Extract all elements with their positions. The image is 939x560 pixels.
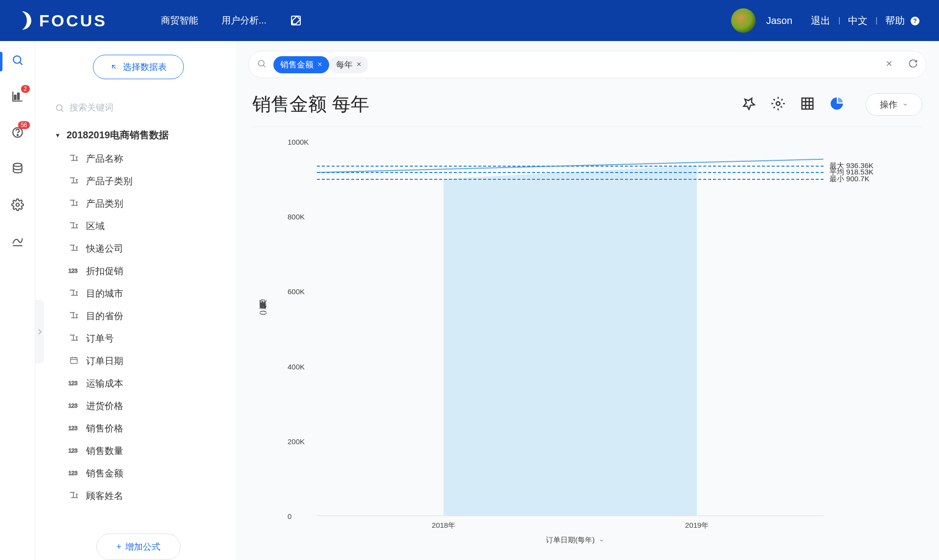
y-axis-tick: 0 [288, 512, 291, 520]
field-item[interactable]: 123运输成本 [68, 375, 222, 392]
text-field-icon [68, 311, 79, 322]
num-field-icon: 123 [68, 378, 79, 389]
field-label: 订单日期 [86, 355, 123, 367]
svg-text:123: 123 [68, 267, 77, 273]
operations-button[interactable]: 操作 [866, 93, 922, 116]
settings-gear-icon[interactable] [771, 96, 785, 113]
y-axis-tick: 600K [288, 287, 305, 296]
remove-pill-icon[interactable]: × [357, 60, 361, 69]
rail-chart-badge: 2 [21, 85, 30, 93]
num-field-icon: 123 [68, 401, 79, 412]
table-view-icon[interactable] [800, 96, 815, 113]
clear-query-icon[interactable] [885, 59, 894, 70]
field-label: 顾客姓名 [86, 490, 123, 502]
query-pill[interactable]: 每年× [329, 56, 368, 73]
field-label: 销售价格 [86, 422, 123, 435]
svg-rect-10 [70, 357, 77, 363]
field-item[interactable]: 123折扣促销 [68, 263, 222, 280]
reference-line [317, 166, 824, 167]
field-item[interactable]: 产品名称 [68, 151, 222, 167]
rail-trend-icon[interactable] [11, 235, 24, 249]
logo-icon [12, 10, 32, 31]
brand-name: FOCUS [39, 11, 107, 30]
svg-point-17 [776, 102, 780, 106]
x-axis-title[interactable]: 订单日期(每年) [546, 536, 604, 545]
field-item[interactable]: 订单号 [68, 330, 222, 347]
select-table-button[interactable]: 选择数据表 [93, 55, 184, 79]
field-item[interactable]: 123销售价格 [68, 420, 222, 437]
language-link[interactable]: 中文 [848, 14, 868, 27]
help-icon: ? [911, 17, 919, 25]
text-field-icon [68, 288, 79, 300]
x-axis-tick: 2019年 [685, 521, 709, 530]
svg-text:123: 123 [68, 470, 77, 475]
num-field-icon: 123 [68, 468, 79, 479]
rail-question-badge: 56 [18, 121, 29, 129]
avatar[interactable] [731, 8, 756, 33]
page-title: 销售金额 每年 [252, 92, 727, 117]
remove-pill-icon[interactable]: × [317, 60, 322, 69]
main-area: 销售金额×每年× 销售金额 每年 [236, 41, 939, 560]
field-label: 销售数量 [86, 445, 123, 457]
field-label: 进货价格 [86, 400, 123, 412]
y-axis-tick: 800K [288, 213, 305, 221]
query-pill[interactable]: 销售金额× [273, 56, 329, 73]
nav-item-user-analysis[interactable]: 用户分析... [222, 14, 267, 27]
field-item[interactable]: 目的省份 [68, 308, 222, 324]
left-panel: 选择数据表 ▼ 20182019电商销售数据 产品名称产品子类别产品类别区域快递… [35, 41, 236, 560]
y-axis-title: 销售金额(总和) [258, 310, 268, 315]
panel-expand-handle[interactable] [35, 300, 44, 364]
y-axis-tick: 1000K [288, 138, 309, 146]
field-list: 产品名称产品子类别产品类别区域快递公司123折扣促销目的城市目的省份订单号订单日… [55, 151, 222, 504]
reference-line [317, 172, 824, 173]
reference-line-label: 最小 900.7K [829, 174, 870, 184]
field-item[interactable]: 123销售数量 [68, 443, 222, 459]
help-link[interactable]: 帮助 ? [885, 14, 919, 27]
svg-point-5 [17, 134, 18, 135]
rail-question-icon[interactable]: 56 [11, 126, 24, 141]
query-pill-bar[interactable]: 销售金额×每年× [248, 51, 926, 78]
field-item[interactable]: 123进货价格 [68, 398, 222, 414]
svg-text:123: 123 [68, 380, 77, 386]
chart-area [444, 166, 697, 516]
dataset-title[interactable]: ▼ 20182019电商销售数据 [55, 129, 222, 142]
brand[interactable]: FOCUS [12, 10, 107, 31]
field-item[interactable]: 区域 [68, 218, 222, 235]
svg-rect-3 [18, 93, 19, 100]
rail-search-icon[interactable] [11, 54, 24, 68]
nav-item-bi[interactable]: 商贸智能 [161, 14, 198, 27]
rail-database-icon[interactable] [11, 162, 24, 177]
chart-view-icon[interactable] [829, 96, 844, 113]
field-label: 产品名称 [86, 152, 123, 165]
rail-chart-icon[interactable]: 2 [11, 90, 24, 105]
field-item[interactable]: 快递公司 [68, 240, 222, 257]
add-formula-button[interactable]: + 增加公式 [96, 534, 181, 560]
keyword-search-input[interactable] [69, 103, 222, 113]
logout-link[interactable]: 退出 [811, 14, 830, 27]
keyword-search[interactable] [55, 103, 222, 113]
svg-point-1 [13, 56, 21, 63]
x-axis-tick: 2018年 [432, 521, 455, 530]
user-name[interactable]: Jason [766, 15, 792, 26]
text-field-icon [68, 153, 79, 165]
field-item[interactable]: 产品子类别 [68, 173, 222, 190]
svg-text:123: 123 [68, 425, 77, 431]
edit-icon[interactable] [290, 15, 302, 26]
field-item[interactable]: 订单日期 [68, 353, 222, 369]
reference-line [317, 179, 824, 180]
pin-icon[interactable] [741, 96, 756, 113]
field-label: 目的省份 [86, 310, 123, 323]
field-item[interactable]: 顾客姓名 [68, 488, 222, 504]
text-field-icon [68, 333, 79, 345]
field-item[interactable]: 123销售金额 [68, 465, 222, 482]
field-item[interactable]: 目的城市 [68, 285, 222, 302]
text-field-icon [68, 243, 79, 255]
svg-point-8 [56, 105, 62, 110]
date-field-icon [68, 356, 79, 367]
refresh-icon[interactable] [908, 59, 918, 70]
text-field-icon [68, 491, 79, 502]
rail-settings-icon[interactable] [11, 198, 24, 213]
num-field-icon: 123 [68, 446, 79, 457]
field-item[interactable]: 产品类别 [68, 195, 222, 212]
text-field-icon [68, 221, 79, 232]
